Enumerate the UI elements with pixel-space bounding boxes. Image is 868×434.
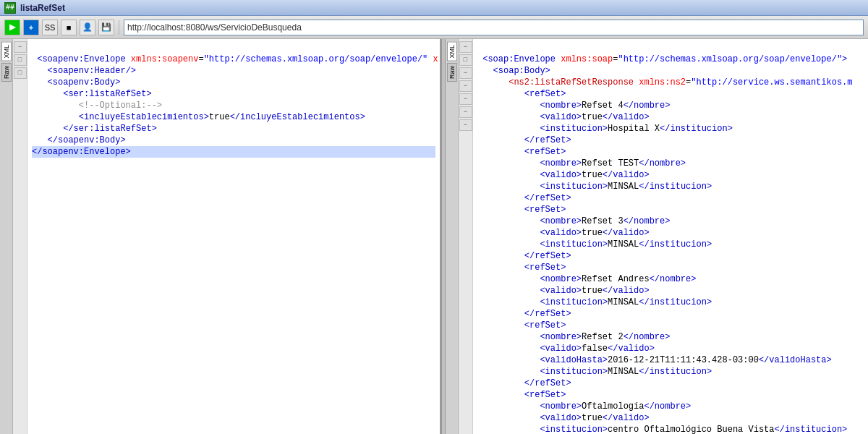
tab-xml-right[interactable]: XML (447, 42, 457, 61)
right-line-13: </refSet> (477, 193, 571, 203)
right-collapse-btn-5[interactable]: − (459, 93, 472, 105)
toolbar: ▶ + SS ■ 👤 💾 (0, 16, 868, 39)
right-line-12: <institucion>MINSAL</institucion> (477, 182, 712, 192)
right-line-6: <valido>true</valido> (477, 112, 650, 122)
left-line-3: <soapenv:Body> (32, 77, 120, 88)
tab-xml-left[interactable]: XML (1, 42, 12, 61)
left-line-8: </soapenv:Body> (32, 135, 126, 145)
collapse-btn-2[interactable]: □ (14, 54, 27, 66)
right-line-23: </refSet> (477, 309, 571, 319)
right-collapse-btn-3[interactable]: − (459, 67, 472, 79)
right-line-26: <valido>false</valido> (477, 344, 655, 354)
right-line-20: <nombre>Refset Andres</nombre> (477, 274, 696, 284)
right-line-21: <valido>true</valido> (477, 286, 650, 296)
left-side-tabs: XML Raw (0, 39, 13, 434)
right-line-33: <institucion>centro Oftalmológico Buena … (477, 425, 847, 434)
left-xml-content[interactable]: <soapenv:Envelope xmlns:soapenv="http://… (27, 39, 440, 434)
url-input[interactable] (124, 20, 864, 35)
right-line-col: − □ − − − − − (459, 39, 473, 434)
right-line-32: <valido>true</valido> (477, 413, 650, 423)
right-side-tabs: XML Raw (446, 39, 459, 434)
left-line-col: − □ □ (13, 39, 27, 434)
right-line-27: <validoHasta>2016-12-21T11:11:43.428-03:… (477, 355, 832, 365)
left-panel: XML Raw − □ □ <soapenv:Envelope xmlns:so… (0, 39, 441, 434)
left-line-4: <ser:listaRefSet> (32, 89, 152, 99)
right-line-25: <nombre>Refset 2</nombre> (477, 332, 670, 342)
right-line-5: <nombre>Refset 4</nombre> (477, 101, 670, 111)
collapse-btn-1[interactable]: − (14, 41, 27, 53)
right-panel: XML Raw − □ − − − − − <soap:Envelope xml… (446, 39, 868, 434)
left-line-7: </ser:listaRefSet> (32, 124, 157, 134)
right-line-4: <refSet> (477, 89, 566, 99)
right-line-3: <ns2:listaRefSetResponse xmlns:ns2="http… (477, 77, 853, 88)
right-line-22: <institucion>MINSAL</institucion> (477, 297, 712, 307)
right-xml-content[interactable]: <soap:Envelope xmlns:soap="http://schema… (473, 39, 868, 434)
user-button[interactable]: 👤 (80, 20, 95, 35)
right-line-29: </refSet> (477, 378, 571, 388)
add-button[interactable]: + (23, 20, 39, 35)
save-button[interactable]: 💾 (98, 20, 114, 35)
right-line-1: <soap:Envelope xmlns:soap="http://schema… (477, 54, 847, 64)
right-line-18: </refSet> (477, 251, 571, 261)
right-line-9: <refSet> (477, 147, 566, 157)
right-collapse-btn-4[interactable]: − (459, 80, 472, 92)
left-line-9: </soapenv:Envelope> (32, 146, 435, 158)
right-collapse-btn-7[interactable]: − (459, 119, 472, 131)
left-line-1: <soapenv:Envelope xmlns:soapenv="http://… (32, 54, 438, 64)
right-line-31: <nombre>Oftalmología</nombre> (477, 401, 691, 412)
left-line-5: <!--Optional:--> (32, 101, 162, 111)
app-title: listaRefSet (20, 3, 65, 13)
right-collapse-btn-1[interactable]: − (459, 41, 472, 53)
right-line-7: <institucion>Hospital X</institucion> (477, 124, 733, 134)
right-line-2: <soap:Body> (477, 66, 550, 76)
app-icon: ## (4, 2, 16, 14)
right-line-17: <institucion>MINSAL</institucion> (477, 239, 712, 250)
play-button[interactable]: ▶ (4, 20, 20, 35)
title-bar: ## listaRefSet (0, 0, 868, 16)
right-line-24: <refSet> (477, 320, 566, 331)
collapse-btn-3[interactable]: □ (14, 67, 27, 79)
right-line-8: </refSet> (477, 135, 571, 145)
ss-button[interactable]: SS (42, 20, 58, 35)
left-line-6: <incluyeEstablecimientos>true</incluyeEs… (32, 112, 365, 122)
tab-raw-left[interactable]: Raw (1, 63, 12, 82)
right-line-28: <institucion>MINSAL</institucion> (477, 367, 712, 377)
right-line-10: <nombre>Refset TEST</nombre> (477, 158, 686, 169)
stop-button[interactable]: ■ (61, 20, 77, 35)
right-line-19: <refSet> (477, 263, 566, 273)
tab-raw-right[interactable]: Raw (447, 63, 457, 82)
right-line-14: <refSet> (477, 205, 566, 215)
main-content: XML Raw − □ □ <soapenv:Envelope xmlns:so… (0, 39, 868, 434)
right-collapse-btn-2[interactable]: □ (459, 54, 472, 66)
right-line-15: <nombre>Refset 3</nombre> (477, 216, 670, 226)
right-collapse-btn-6[interactable]: − (459, 106, 472, 118)
right-line-30: <refSet> (477, 390, 566, 400)
right-line-11: <valido>true</valido> (477, 170, 650, 180)
right-line-16: <valido>true</valido> (477, 228, 650, 238)
left-line-2: <soapenv:Header/> (32, 66, 136, 76)
